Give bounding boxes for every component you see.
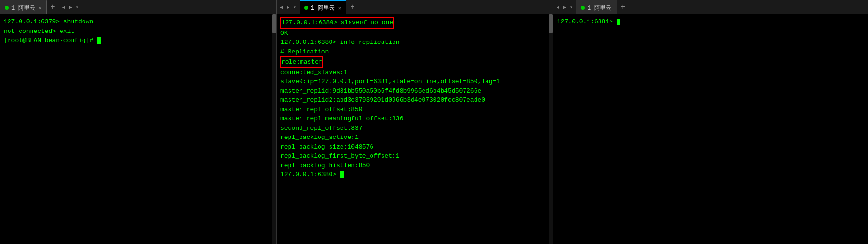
tab-right-1[interactable]: 1 阿里云 [576,0,617,14]
tab-nav-center-left: ◀ ▶ ▾ [277,0,300,14]
tab-status-dot [5,6,9,10]
cursor-center [340,171,344,178]
tab-add-button-c[interactable]: + [346,0,359,14]
line-prompt-right: 127.0.0.1:6381> [557,18,620,25]
line-backlog-histlen: repl_backlog_histlen:850 [280,162,370,169]
line-role: role:master [280,56,323,68]
scroll-thumb-left[interactable] [272,14,276,33]
line-prompt-center: 127.0.0.1:6380> [280,171,344,178]
panel-center: 127.0.0.1:6380> slaveof no one OK 127.0.… [277,14,553,244]
nav-left-icon[interactable]: ◀ [61,3,67,11]
terminal-content-center: 127.0.0.1:6380> slaveof no one OK 127.0.… [280,17,549,180]
tab-label-c: 1 阿里云 [311,4,335,12]
tab-add-button-r[interactable]: + [617,0,630,14]
line-slaveof: 127.0.0.1:6380> slaveof no one [280,17,394,29]
nav-left-icon-r[interactable]: ◀ [555,3,561,11]
tab-status-dot-r [581,6,585,10]
panels: 127.0.0.1:6379> shutdown not connected> … [0,14,868,244]
tab-add-button[interactable]: + [47,0,59,14]
line-2: not connected> exit [4,28,74,35]
tab-close-icon[interactable]: ✕ [38,5,41,11]
nav-right-icon[interactable]: ▶ [68,3,73,11]
tab-close-icon-c[interactable]: ✕ [338,5,341,11]
line-connected-slaves: connected_slaves:1 [280,69,347,76]
line-ok: OK [280,30,288,37]
line-replication-header: # Replication [280,48,329,55]
tab-nav-left: ◀ ▶ ▾ [59,0,82,14]
tab-label: 1 阿里云 [11,4,35,12]
scrollbar-center[interactable] [549,14,553,244]
nav-right-icon-r[interactable]: ▶ [562,3,568,11]
tab-center-1[interactable]: 1 阿里云 ✕ [300,0,346,14]
tab-nav-right: ◀ ▶ ▾ [553,0,576,14]
tab-status-dot-c [304,6,308,10]
tab-group-center: ◀ ▶ ▾ 1 阿里云 ✕ + [277,0,553,14]
nav-dropdown-icon[interactable]: ▾ [74,3,80,11]
terminal-content-right: 127.0.0.1:6381> [557,17,864,27]
cursor-right [617,19,620,25]
line-second-offset: second_repl_offset:837 [280,125,362,132]
line-replid2: master_replid2:abd3e37939201d0966b3d4e07… [280,96,485,104]
line-1: 127.0.0.1:6379> shutdown [4,18,93,25]
line-3: [root@BEAN bean-config]# [4,37,101,44]
line-repl-offset: master_repl_offset:850 [280,106,362,113]
scroll-thumb-center[interactable] [549,14,553,33]
line-backlog-size: repl_backlog_size:1048576 [280,143,373,150]
tab-group-left: 1 阿里云 ✕ + ◀ ▶ ▾ [0,0,277,14]
tab-label-r: 1 阿里云 [588,4,611,12]
line-replid: master_replid:9d81bb550a50b6f4fd8b9965ed… [280,87,481,95]
line-slave0: slave0:ip=127.0.0.1,port=6381,state=onli… [280,78,500,85]
panel-left: 127.0.0.1:6379> shutdown not connected> … [0,14,277,244]
nav-dropdown-icon-r[interactable]: ▾ [568,3,574,11]
nav-dropdown-icon-c[interactable]: ▾ [292,3,298,11]
tab-bar: 1 阿里云 ✕ + ◀ ▶ ▾ ◀ ▶ ▾ 1 阿里云 ✕ + ◀ ▶ ▾ [0,0,868,14]
nav-right-icon-c[interactable]: ▶ [285,3,291,11]
panel-right: 127.0.0.1:6381> [553,14,868,244]
line-meaningful-offset: master_repl_meaningful_offset:836 [280,115,403,122]
tab-left-1[interactable]: 1 阿里云 ✕ [0,0,47,14]
scrollbar-left[interactable] [272,14,276,244]
tab-group-right: ◀ ▶ ▾ 1 阿里云 + [553,0,868,14]
nav-left-icon-c[interactable]: ◀ [279,3,284,11]
cursor-left [97,37,101,44]
line-info: 127.0.0.1:6380> info replication [280,39,400,46]
line-backlog-active: repl_backlog_active:1 [280,134,359,141]
line-backlog-first: repl_backlog_first_byte_offset:1 [280,152,400,159]
terminal-content-left: 127.0.0.1:6379> shutdown not connected> … [4,17,272,45]
